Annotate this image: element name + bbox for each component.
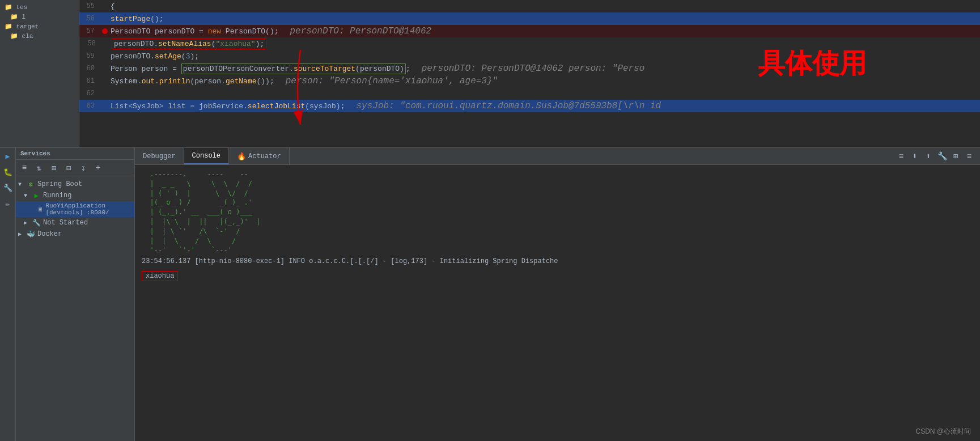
not-started-arrow: ▶ xyxy=(24,219,32,226)
file-tree-cla[interactable]: 📁 cla xyxy=(2,31,77,41)
tree-item-ruoyi[interactable]: ▣ RuoYiApplication [devtools] :8080/ xyxy=(16,201,134,217)
console-input-container: xiaohua xyxy=(142,269,973,281)
code-line-63: 63 List<SysJob> list = jobService.select… xyxy=(79,100,980,112)
debug-console[interactable]: .-------. ---- -- | _ _ \ \ \ / / | ( ' … xyxy=(135,165,980,441)
debug-btn-align[interactable]: ≡ xyxy=(895,150,907,163)
code-line-57: 57 PersonDTO personDTO = new PersonDTO()… xyxy=(79,25,980,37)
file-tree-target[interactable]: 📁 target xyxy=(2,22,77,31)
code-line-56: 56 startPage(); xyxy=(79,12,980,25)
line-num-56: 56 xyxy=(79,15,99,23)
toolbar-add-btn[interactable]: + xyxy=(92,162,104,174)
tree-item-not-started[interactable]: ▶ 🔧 Not Started xyxy=(16,217,134,228)
services-toolbar: ≡ ⇅ ⊞ ⊟ ↧ + xyxy=(16,160,134,176)
toolbar-align-btn[interactable]: ≡ xyxy=(18,162,31,174)
line-num-63: 63 xyxy=(79,102,99,110)
debugger-tab-label: Debugger xyxy=(143,152,176,160)
line-num-62: 62 xyxy=(79,90,99,97)
breakpoint-57 xyxy=(102,28,108,34)
annotation-61: person: "Person{name='xiaohua', age=3}" xyxy=(286,76,498,86)
services-tree: ▼ ⚙ Spring Boot ▼ ▶ Running ▣ RuoYiAppli… xyxy=(16,176,134,441)
debug-btn-grid[interactable]: ⊞ xyxy=(949,150,962,163)
debugger-panel: Debugger Console 🔥 Actuator ≡ ⬇ ⬆ 🔧 ⊞ ≡ xyxy=(135,148,980,441)
line-num-55: 55 xyxy=(79,2,99,10)
line-num-58: 58 xyxy=(80,40,100,48)
code-line-60: 60 Person person = personDTOPersonConver… xyxy=(79,62,980,75)
console-ascii-art: .-------. ---- -- | _ _ \ \ \ / / | ( ' … xyxy=(142,169,973,255)
toolbar-grid-btn[interactable]: ⊞ xyxy=(48,162,60,174)
spring-boot-arrow: ▼ xyxy=(18,181,26,188)
toolbar-align2-btn[interactable]: ⇅ xyxy=(33,162,45,174)
services-panel: Services ≡ ⇅ ⊞ ⊟ ↧ + ▼ ⚙ Spring Boot ▼ xyxy=(16,148,135,441)
toolbar-down-btn[interactable]: ↧ xyxy=(77,162,90,174)
console-tab-label: Console xyxy=(192,152,220,160)
debug-toolbar-right: ≡ ⬇ ⬆ 🔧 ⊞ ≡ xyxy=(895,150,980,163)
tree-item-docker[interactable]: ▶ 🐳 Docker xyxy=(16,228,134,240)
code-content-60: Person person = personDTOPersonConverter… xyxy=(111,65,410,73)
ruoyi-icon: ▣ xyxy=(37,205,44,214)
docker-icon: 🐳 xyxy=(26,230,35,239)
code-line-59: 59 personDTO.setAge(3); xyxy=(79,50,980,62)
line-num-60: 60 xyxy=(79,65,99,73)
toolbar-filter-btn[interactable]: ⊟ xyxy=(62,162,75,174)
debug-btn-menu[interactable]: ≡ xyxy=(963,150,975,163)
code-line-61: 61 System.out.println(person.getName());… xyxy=(79,75,980,87)
side-icon-run[interactable]: ▶ xyxy=(2,150,14,163)
line-num-57: 57 xyxy=(79,27,99,35)
spring-boot-icon: ⚙ xyxy=(26,180,35,189)
side-icon-pencil[interactable]: ✏ xyxy=(2,198,14,210)
line-num-61: 61 xyxy=(79,77,99,85)
services-header: Services xyxy=(16,148,134,160)
tab-console[interactable]: Console xyxy=(184,148,229,164)
line-num-59: 59 xyxy=(79,52,99,60)
file-tree-tes[interactable]: 📁 tes xyxy=(2,2,77,12)
debug-btn-down[interactable]: ⬇ xyxy=(909,150,921,163)
debug-tabs-bar: Debugger Console 🔥 Actuator ≡ ⬇ ⬆ 🔧 ⊞ ≡ xyxy=(135,148,980,165)
code-line-58: 58 personDTO.setNameAlias("xiaohua"); xyxy=(79,37,980,50)
code-content-59: personDTO.setAge(3); xyxy=(111,52,199,61)
not-started-icon: 🔧 xyxy=(32,218,41,227)
left-sidebar-icons: ▶ 🐛 🔧 ✏ xyxy=(0,148,16,441)
spring-boot-label: Spring Boot xyxy=(37,180,82,188)
annotation-63: sysJob: "com.ruoui.quartz.domain.SusJob@… xyxy=(356,101,661,111)
console-input-box: xiaohua xyxy=(142,271,178,281)
tree-item-running[interactable]: ▼ ▶ Running xyxy=(16,190,134,201)
code-content-58: personDTO.setNameAlias("xiaohua"); xyxy=(112,40,266,48)
side-icon-debug[interactable]: 🐛 xyxy=(2,166,14,179)
code-line-55: 55 { xyxy=(79,0,980,12)
gutter-57 xyxy=(99,28,111,34)
tab-actuator[interactable]: 🔥 Actuator xyxy=(229,148,290,164)
tab-debugger[interactable]: Debugger xyxy=(135,148,184,164)
debug-btn-up[interactable]: ⬆ xyxy=(922,150,935,163)
tree-item-spring-boot[interactable]: ▼ ⚙ Spring Boot xyxy=(16,179,134,190)
not-started-label: Not Started xyxy=(43,219,88,227)
actuator-icon: 🔥 xyxy=(237,152,246,161)
code-content-63: List<SysJob> list = jobService.selectJob… xyxy=(111,102,345,111)
file-tree-sub[interactable]: 📁 l xyxy=(2,12,77,22)
ruoyi-label: RuoYiApplication [devtools] :8080/ xyxy=(45,202,132,216)
docker-arrow: ▶ xyxy=(18,231,26,238)
annotation-57: personDTO: PersonDTO@14062 xyxy=(290,26,431,36)
annotation-60: personDTO: PersonDTO@14062 person: "Pers… xyxy=(422,63,645,74)
debug-btn-tool[interactable]: 🔧 xyxy=(936,150,948,163)
docker-label: Docker xyxy=(37,230,62,238)
code-content-57: PersonDTO personDTO = new PersonDTO(); xyxy=(111,27,278,36)
actuator-tab-label: Actuator xyxy=(248,152,281,160)
code-content-55: { xyxy=(111,2,115,11)
running-arrow: ▼ xyxy=(24,193,32,199)
code-content-56: startPage(); xyxy=(111,15,164,23)
console-log-line: 23:54:56.137 [http-nio-8080-exec-1] INFO… xyxy=(142,257,973,265)
side-icon-tool[interactable]: 🔧 xyxy=(2,182,14,194)
watermark: CSDN @心流时间 xyxy=(915,427,971,436)
running-icon: ▶ xyxy=(32,191,41,200)
code-content-61: System.out.println(person.getName()); xyxy=(111,77,274,86)
running-label: Running xyxy=(43,192,71,200)
code-line-62: 62 xyxy=(79,87,980,100)
